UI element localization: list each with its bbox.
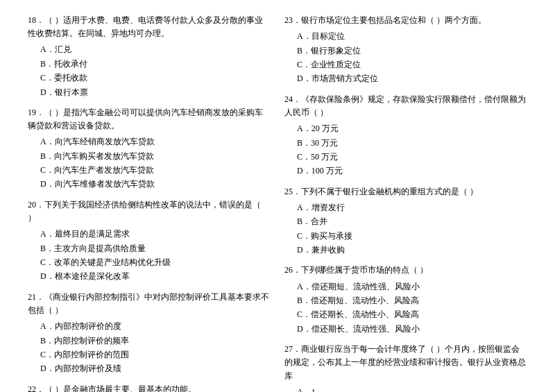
left-column: 18．（ ）适用于水费、电费、电话费等付款人众多及分散的事业性收费结算。在同城、… xyxy=(28,14,271,392)
question-block-q20: 20．下列关于我国经济供给侧结构性改革的说法中，错误的是（ ）A．最终目的是满足… xyxy=(28,198,271,284)
question-title-q21: 21．《商业银行内部控制指引》中对内部控制评价工具基本要求不包括（ ） xyxy=(28,291,271,317)
option-q18-0: A．汇兑 xyxy=(28,42,271,56)
question-title-q23: 23．银行市场定位主要包括品名定位和（ ）两个方面。 xyxy=(284,14,527,27)
option-q26-2: C．偿还期长、流动性小、风险高 xyxy=(284,307,527,321)
option-q18-2: C．委托收款 xyxy=(28,71,271,85)
option-q19-0: A．向汽车经销商发放汽车贷款 xyxy=(28,135,271,148)
question-title-q19: 19．（ ）是指汽车金融公司可以提供向汽车经销商发放的采购车辆贷款和营运设备贷款… xyxy=(28,106,271,133)
option-q24-2: C．50 万元 xyxy=(284,150,527,164)
option-q23-3: D．市场营销方式定位 xyxy=(284,71,527,85)
question-block-q22: 22．（ ）是金融市场最主要、最基本的功能。A．货币资金融通功能B．优化资源配置… xyxy=(28,383,271,392)
option-q18-3: D．银行本票 xyxy=(28,85,271,99)
option-q19-1: B．向汽车购买者发放汽车贷款 xyxy=(28,149,271,163)
right-column: 23．银行市场定位主要包括品名定位和（ ）两个方面。A．目标定位B．银行形象定位… xyxy=(284,14,527,392)
question-title-q27: 27．商业银行应当于每一会计年度终了（ ）个月内，按照银监会的规定，公布其上一年… xyxy=(284,343,527,383)
option-q20-2: C．改革的关键是产业结构优化升级 xyxy=(28,255,271,269)
option-q19-2: C．向汽车生产者发放汽车贷款 xyxy=(28,163,271,177)
option-q26-3: D．偿还期长、流动性强、风险小 xyxy=(284,322,527,336)
option-q25-0: A．增资发行 xyxy=(284,201,527,214)
option-q24-1: B．30 万元 xyxy=(284,136,527,150)
option-q24-0: A．20 万元 xyxy=(284,121,527,135)
question-block-q18: 18．（ ）适用于水费、电费、电话费等付款人众多及分散的事业性收费结算。在同城、… xyxy=(28,14,271,99)
option-q20-0: A．最终目的是满足需求 xyxy=(28,227,271,241)
option-q26-0: A．偿还期短、流动性强、风险小 xyxy=(284,280,527,293)
option-q23-0: A．目标定位 xyxy=(284,29,527,43)
question-block-q21: 21．《商业银行内部控制指引》中对内部控制评价工具基本要求不包括（ ）A．内部控… xyxy=(28,291,271,376)
option-q25-3: D．兼并收购 xyxy=(284,243,527,257)
option-q26-1: B．偿还期短、流动性小、风险高 xyxy=(284,293,527,307)
question-title-q20: 20．下列关于我国经济供给侧结构性改革的说法中，错误的是（ ） xyxy=(28,198,271,225)
option-q24-3: D．100 万元 xyxy=(284,164,527,178)
option-q21-0: A．内部控制评价的度 xyxy=(28,319,271,333)
option-q25-2: C．购买与承接 xyxy=(284,229,527,243)
option-q19-3: D．向汽车维修者发放汽车贷款 xyxy=(28,177,271,191)
question-block-q27: 27．商业银行应当于每一会计年度终了（ ）个月内，按照银监会的规定，公布其上一年… xyxy=(284,343,527,392)
question-title-q26: 26．下列哪些属于货币市场的特点（ ） xyxy=(284,264,527,277)
option-q20-1: B．主攻方向是提高供给质量 xyxy=(28,241,271,255)
question-block-q25: 25．下列不属于银行业金融机构的重组方式的是（ ）A．增资发行B．合并C．购买与… xyxy=(284,185,527,257)
question-block-q23: 23．银行市场定位主要包括品名定位和（ ）两个方面。A．目标定位B．银行形象定位… xyxy=(284,14,527,86)
option-q21-1: B．内部控制评价的频率 xyxy=(28,334,271,348)
option-q21-2: C．内部控制评价的范围 xyxy=(28,348,271,361)
question-block-q26: 26．下列哪些属于货币市场的特点（ ）A．偿还期短、流动性强、风险小B．偿还期短… xyxy=(284,264,527,336)
questions-wrapper: 18．（ ）适用于水费、电费、电话费等付款人众多及分散的事业性收费结算。在同城、… xyxy=(28,14,527,392)
option-q21-3: D．内部控制评价及绩 xyxy=(28,361,271,375)
question-block-q19: 19．（ ）是指汽车金融公司可以提供向汽车经销商发放的采购车辆贷款和营运设备贷款… xyxy=(28,106,271,191)
question-block-q24: 24．《存款保险条例》规定，存款保险实行限额偿付，偿付限额为人民币（ ）A．20… xyxy=(284,93,527,178)
question-title-q24: 24．《存款保险条例》规定，存款保险实行限额偿付，偿付限额为人民币（ ） xyxy=(284,93,527,119)
page-container: 18．（ ）适用于水费、电费、电话费等付款人众多及分散的事业性收费结算。在同城、… xyxy=(28,14,527,392)
option-q23-2: C．企业性质定位 xyxy=(284,58,527,71)
question-title-q25: 25．下列不属于银行业金融机构的重组方式的是（ ） xyxy=(284,185,527,198)
option-q27-0: A．1 xyxy=(284,385,527,392)
question-title-q18: 18．（ ）适用于水费、电费、电话费等付款人众多及分散的事业性收费结算。在同城、… xyxy=(28,14,271,40)
option-q20-3: D．根本途径是深化改革 xyxy=(28,269,271,283)
option-q25-1: B．合并 xyxy=(284,214,527,228)
option-q18-1: B．托收承付 xyxy=(28,57,271,71)
question-title-q22: 22．（ ）是金融市场最主要、最基本的功能。 xyxy=(28,383,271,392)
option-q23-1: B．银行形象定位 xyxy=(284,44,527,58)
